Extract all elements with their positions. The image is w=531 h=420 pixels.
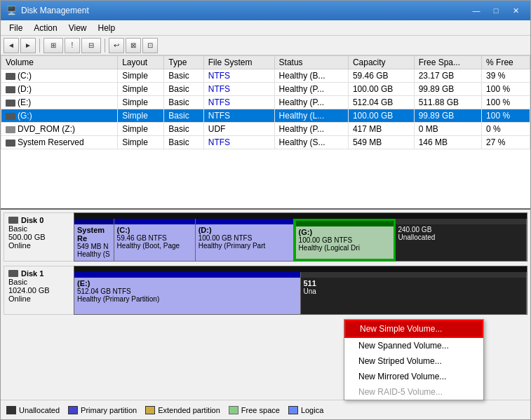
tb-forward[interactable]: ►	[20, 38, 36, 53]
cell-layout: Simple	[118, 123, 164, 136]
disk-name: Disk 0	[8, 216, 69, 224]
cell-fs: NTFS	[203, 83, 274, 96]
menu-bar: File Action View Help	[1, 20, 530, 36]
menu-view[interactable]: View	[63, 22, 93, 34]
col-volume[interactable]: Volume	[1, 56, 118, 69]
partition[interactable]: System Re 549 MB N Healthy (S	[74, 219, 114, 261]
partition[interactable]: (E:) 512.04 GB NTFS Healthy (Primary Par…	[74, 272, 301, 314]
legend-logical: Logica	[288, 406, 323, 414]
ctx-new-mirrored[interactable]: New Mirrored Volume...	[344, 369, 483, 384]
part-status: Healthy (Boot, Page	[117, 242, 192, 250]
tb-btn7[interactable]: ⊠	[126, 38, 141, 53]
content: Volume Layout Type File System Status Ca…	[1, 55, 530, 419]
table-row[interactable]: System Reserved Simple Basic NTFS Health…	[1, 136, 530, 149]
parts-inner: System Re 549 MB N Healthy (S (C:) 59.46…	[74, 219, 527, 261]
disk-name: Disk 1	[8, 269, 69, 278]
legend-logical-label: Logica	[301, 406, 323, 414]
ctx-new-striped[interactable]: New Striped Volume...	[344, 353, 483, 369]
cell-type: Basic	[164, 96, 203, 109]
cell-pct: 100 %	[482, 83, 530, 96]
col-capacity[interactable]: Capacity	[348, 56, 414, 69]
maximize-button[interactable]: □	[487, 4, 505, 18]
menu-file[interactable]: File	[4, 22, 28, 34]
part-name: (G:)	[299, 228, 391, 236]
partition[interactable]: 240.00 GB Unallocated	[396, 219, 527, 261]
col-status[interactable]: Status	[274, 56, 348, 69]
disk-size: 500.00 GB	[8, 233, 69, 241]
table-row[interactable]: (D:) Simple Basic NTFS Healthy (P... 100…	[1, 83, 530, 96]
table-area: Volume Layout Type File System Status Ca…	[1, 55, 530, 210]
cell-volume: System Reserved	[1, 136, 118, 149]
legend-free-label: Free space	[241, 406, 280, 414]
part-size: 240.00 GB	[398, 226, 524, 233]
cell-type: Basic	[164, 83, 203, 96]
cell-free: 146 MB	[414, 136, 481, 149]
legend-primary-box	[68, 406, 78, 414]
cell-volume: (E:)	[1, 96, 118, 109]
cell-capacity: 59.46 GB	[348, 69, 414, 83]
menu-action[interactable]: Action	[28, 22, 62, 34]
partition[interactable]: (D:) 100.00 GB NTFS Healthy (Primary Par…	[196, 219, 294, 261]
tb-btn6[interactable]: ↩	[109, 38, 124, 53]
cell-pct: 100 %	[482, 109, 530, 123]
cell-pct: 27 %	[482, 136, 530, 149]
table-row[interactable]: (G:) Simple Basic NTFS Healthy (L... 100…	[1, 109, 530, 123]
col-type[interactable]: Type	[164, 56, 203, 69]
part-size: 512.04 GB NTFS	[77, 287, 297, 295]
cell-volume: (G:)	[1, 109, 118, 123]
part-header	[114, 219, 195, 224]
close-button[interactable]: ✕	[506, 4, 525, 18]
disk-row: Disk 0 Basic 500.00 GB Online System Re …	[4, 212, 527, 262]
tb-sep1	[39, 39, 40, 53]
tb-btn3[interactable]: ⊞	[43, 38, 63, 53]
cell-capacity: 512.04 GB	[348, 96, 414, 109]
col-free[interactable]: Free Spa...	[414, 56, 481, 69]
cell-capacity: 549 MB	[348, 136, 414, 149]
part-status: Healthy (Primary Part	[199, 242, 290, 250]
volume-table: Volume Layout Type File System Status Ca…	[1, 55, 530, 149]
cell-status: Healthy (S...	[274, 136, 348, 149]
table-row[interactable]: (C:) Simple Basic NTFS Healthy (B... 59.…	[1, 69, 530, 83]
disk-partitions: System Re 549 MB N Healthy (S (C:) 59.46…	[74, 212, 527, 262]
legend-extended-box	[145, 406, 155, 414]
cell-volume: DVD_ROM (Z:)	[1, 123, 118, 136]
menu-help[interactable]: Help	[93, 22, 121, 34]
cell-capacity: 100.00 GB	[348, 109, 414, 123]
tb-btn4[interactable]: !	[65, 38, 80, 53]
cell-status: Healthy (P...	[274, 83, 348, 96]
disk-size: 1024.00 GB	[8, 286, 69, 294]
context-menu: New Simple Volume... New Spanned Volume.…	[344, 319, 484, 400]
partition[interactable]: 511 Una	[301, 272, 527, 314]
col-pct[interactable]: % Free	[482, 56, 530, 69]
part-size: 59.46 GB NTFS	[117, 234, 192, 242]
cell-fs: NTFS	[203, 69, 274, 83]
table-row[interactable]: DVD_ROM (Z:) Simple Basic UDF Healthy (P…	[1, 123, 530, 136]
tb-btn5[interactable]: ⊟	[81, 38, 101, 53]
disk-map-container: Disk 0 Basic 500.00 GB Online System Re …	[4, 212, 527, 315]
disk-partitions: (E:) 512.04 GB NTFS Healthy (Primary Par…	[74, 266, 527, 315]
part-name: System Re	[77, 226, 111, 243]
minimize-button[interactable]: —	[467, 4, 485, 18]
disk-label: Disk 0 Basic 500.00 GB Online	[4, 212, 74, 262]
cell-free: 99.89 GB	[414, 83, 481, 96]
part-header	[396, 219, 527, 224]
col-layout[interactable]: Layout	[118, 56, 164, 69]
table-row[interactable]: (E:) Simple Basic NTFS Healthy (P... 512…	[1, 96, 530, 109]
part-size: 549 MB N	[77, 243, 111, 250]
window: 🖥️ Disk Management — □ ✕ File Action Vie…	[0, 0, 531, 420]
partition[interactable]: (G:) 100.00 GB NTFS Healthy (Logical Dri	[294, 219, 396, 261]
partition[interactable]: (C:) 59.46 GB NTFS Healthy (Boot, Page	[114, 219, 196, 261]
legend-free: Free space	[229, 406, 280, 414]
ctx-new-simple[interactable]: New Simple Volume...	[344, 320, 483, 338]
tb-btn8[interactable]: ⊡	[142, 38, 158, 53]
col-fs[interactable]: File System	[203, 56, 274, 69]
cell-volume: (D:)	[1, 83, 118, 96]
tb-back[interactable]: ◄	[4, 38, 19, 53]
disk-status: Online	[8, 241, 69, 250]
part-size: 100.00 GB NTFS	[299, 236, 391, 244]
ctx-new-spanned[interactable]: New Spanned Volume...	[344, 338, 483, 353]
cell-layout: Simple	[118, 136, 164, 149]
title-bar-left: 🖥️ Disk Management	[6, 6, 89, 15]
part-status: Unallocated	[398, 233, 524, 241]
cell-status: Healthy (P...	[274, 123, 348, 136]
